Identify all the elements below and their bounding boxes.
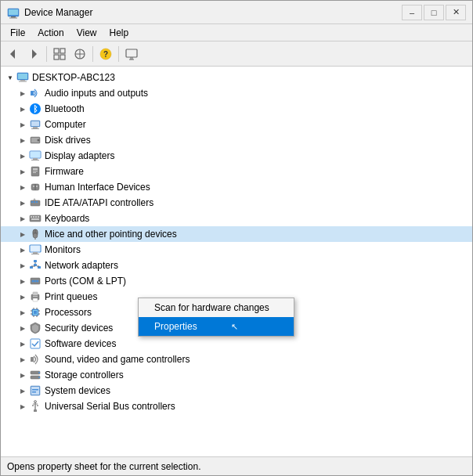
svg-rect-81 <box>34 311 37 314</box>
tree-item-usb[interactable]: ▶ Universal Serial Bus controllers <box>1 398 472 414</box>
svg-rect-38 <box>33 168 38 170</box>
tree-item-bluetooth[interactable]: ▶ ᛒ Bluetooth <box>1 101 472 117</box>
sound-icon <box>29 353 42 366</box>
display-label: Display adapters <box>45 150 114 161</box>
expand-hid[interactable]: ▶ <box>16 179 29 195</box>
expand-ide[interactable]: ▶ <box>16 195 29 211</box>
storage-label: Storage controllers <box>45 370 124 380</box>
network-icon <box>29 259 42 272</box>
close-button[interactable]: ✕ <box>446 5 466 20</box>
expand-security[interactable]: ▶ <box>16 320 29 336</box>
svg-rect-105 <box>34 409 37 412</box>
tree-item-audio[interactable]: ▶ Audio inputs and outputs <box>1 85 472 101</box>
tree-item-software[interactable]: ▶ Software devices <box>1 336 472 352</box>
tree-item-keyboards[interactable]: ▶ Keyboards <box>1 211 472 226</box>
svg-rect-6 <box>54 49 59 53</box>
tree-item-display[interactable]: ▶ Display adapters <box>1 148 472 164</box>
expand-disk[interactable]: ▶ <box>16 132 29 148</box>
tree-item-disk[interactable]: ▶ Disk drives <box>1 132 472 148</box>
svg-point-104 <box>37 405 38 406</box>
scan-button[interactable] <box>70 45 89 63</box>
expand-monitors[interactable]: ▶ <box>16 242 29 258</box>
expand-system[interactable]: ▶ <box>16 383 29 398</box>
bluetooth-label: Bluetooth <box>45 103 85 114</box>
back-button[interactable] <box>4 45 23 63</box>
expand-ports[interactable]: ▶ <box>16 273 29 289</box>
tree-item-storage[interactable]: ▶ Storage controllers <box>1 367 472 383</box>
expand-software[interactable]: ▶ <box>16 336 29 352</box>
tree-item-mice[interactable]: ▶ Mice and other pointing devices <box>1 226 472 242</box>
svg-rect-99 <box>32 391 36 393</box>
expand-mice[interactable]: ▶ <box>16 226 29 242</box>
computer-icon <box>16 71 29 84</box>
tree-item-hid[interactable]: ▶ Human Interface Devices <box>1 179 472 195</box>
status-bar: Opens property sheet for the current sel… <box>1 456 472 475</box>
expand-processors[interactable]: ▶ <box>16 305 29 320</box>
svg-text:?: ? <box>103 50 108 59</box>
context-menu-scan[interactable]: Scan for hardware changes <box>139 298 294 317</box>
expand-print[interactable]: ▶ <box>16 289 29 305</box>
menu-file[interactable]: File <box>4 26 31 40</box>
expand-network[interactable]: ▶ <box>16 258 29 273</box>
tree-item-computer[interactable]: ▶ Computer <box>1 117 472 132</box>
svg-rect-98 <box>32 389 38 391</box>
expand-display[interactable]: ▶ <box>16 148 29 164</box>
print-label: Print queues <box>45 291 97 302</box>
storage-icon <box>29 369 42 381</box>
tree-item-monitors[interactable]: ▶ Monitors <box>1 242 472 258</box>
audio-label: Audio inputs and outputs <box>45 88 148 99</box>
window-title: Device Manager <box>24 7 402 18</box>
help-button[interactable]: ? <box>96 45 115 63</box>
svg-marker-5 <box>32 49 37 59</box>
svg-rect-51 <box>33 216 34 218</box>
cursor-indicator: ↖ <box>231 322 238 331</box>
menu-help[interactable]: Help <box>103 26 135 40</box>
svg-rect-3 <box>9 17 17 18</box>
expand-computer[interactable]: ▶ <box>16 117 29 132</box>
tree-item-sound[interactable]: ▶ Sound, video and game controllers <box>1 352 472 367</box>
bluetooth-icon: ᛒ <box>29 103 42 115</box>
forward-button[interactable] <box>24 45 43 63</box>
tree-item-system[interactable]: ▶ System devices <box>1 383 472 398</box>
tree-item-ports[interactable]: ▶ Ports (COM & LPT) <box>1 273 472 289</box>
display-icon <box>29 150 42 162</box>
expand-usb[interactable]: ▶ <box>16 398 29 414</box>
menu-action[interactable]: Action <box>31 26 70 40</box>
svg-rect-39 <box>33 171 38 171</box>
svg-rect-48 <box>36 201 38 203</box>
menu-view[interactable]: View <box>70 26 103 40</box>
svg-rect-54 <box>31 218 39 220</box>
sound-label: Sound, video and game controllers <box>45 354 190 365</box>
expand-keyboards[interactable]: ▶ <box>16 211 29 226</box>
svg-rect-77 <box>33 298 38 301</box>
svg-rect-46 <box>31 201 33 203</box>
svg-rect-47 <box>34 201 35 203</box>
toolbar-sep-3 <box>118 46 119 62</box>
expand-audio[interactable]: ▶ <box>16 85 29 101</box>
tree-item-network[interactable]: ▶ Network adapters <box>1 258 472 273</box>
tree-root[interactable]: ▼ DESKTOP-ABC123 <box>1 70 472 85</box>
maximize-button[interactable]: □ <box>424 5 444 20</box>
svg-rect-76 <box>33 292 38 295</box>
expand-firmware[interactable]: ▶ <box>16 164 29 179</box>
expand-root[interactable]: ▼ <box>4 70 16 85</box>
monitor-button[interactable] <box>122 45 141 63</box>
svg-rect-36 <box>31 160 39 160</box>
svg-rect-7 <box>60 49 65 53</box>
software-icon <box>29 337 42 350</box>
minimize-button[interactable]: – <box>402 5 422 20</box>
context-menu-properties[interactable]: Properties ↖ <box>139 317 294 336</box>
expand-storage[interactable]: ▶ <box>16 367 29 383</box>
show-hide-button[interactable] <box>50 45 69 63</box>
svg-rect-40 <box>33 172 36 173</box>
window-controls: – □ ✕ <box>402 5 466 20</box>
tree-item-ide[interactable]: ▶ IDE ATA/ATAPI controllers <box>1 195 472 211</box>
svg-rect-52 <box>35 216 37 218</box>
tree-item-firmware[interactable]: ▶ Firmware <box>1 164 472 179</box>
svg-rect-97 <box>31 387 39 395</box>
expand-sound[interactable]: ▶ <box>16 352 29 367</box>
expand-bluetooth[interactable]: ▶ <box>16 101 29 117</box>
svg-text:ᛒ: ᛒ <box>33 104 38 114</box>
security-icon <box>29 322 42 334</box>
svg-point-103 <box>32 405 34 406</box>
